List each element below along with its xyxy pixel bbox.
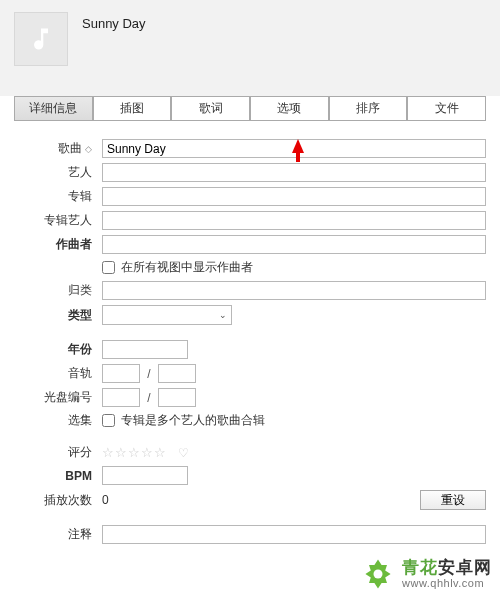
tab-details[interactable]: 详细信息: [14, 97, 93, 120]
track-total-input[interactable]: [158, 364, 196, 383]
song-label: 歌曲◇: [14, 140, 102, 157]
reset-button[interactable]: 重设: [420, 490, 486, 510]
composer-label: 作曲者: [14, 236, 102, 253]
tab-bar: 详细信息 插图 歌词 选项 排序 文件: [14, 96, 486, 121]
chevron-down-icon: ⌄: [219, 310, 227, 320]
disc-total-input[interactable]: [158, 388, 196, 407]
compilation-label: 选集: [14, 412, 102, 429]
show-composer-checkbox[interactable]: [102, 261, 115, 274]
compilation-checkbox[interactable]: [102, 414, 115, 427]
watermark-title: 青花安卓网: [402, 558, 492, 578]
tab-file[interactable]: 文件: [407, 97, 486, 120]
header-bar: Sunny Day: [0, 0, 500, 96]
comments-input[interactable]: [102, 525, 486, 544]
album-artist-label: 专辑艺人: [14, 212, 102, 229]
genre-select[interactable]: ⌄: [102, 305, 232, 325]
rating-label: 评分: [14, 444, 102, 461]
year-input[interactable]: [102, 340, 188, 359]
play-count-label: 插放次数: [14, 492, 102, 509]
comments-label: 注释: [14, 526, 102, 543]
watermark-logo-icon: [360, 556, 396, 592]
bpm-label: BPM: [14, 469, 102, 483]
compilation-check-label: 专辑是多个艺人的歌曲合辑: [121, 412, 265, 429]
artist-label: 艺人: [14, 164, 102, 181]
tab-options[interactable]: 选项: [250, 97, 329, 120]
genre-label: 类型: [14, 307, 102, 324]
grouping-label: 归类: [14, 282, 102, 299]
show-composer-label: 在所有视图中显示作曲者: [121, 259, 253, 276]
music-note-icon: [27, 25, 55, 53]
disc-separator: /: [147, 391, 150, 405]
pointer-arrow-icon: [292, 139, 304, 153]
track-label: 音轨: [14, 365, 102, 382]
svg-point-0: [374, 570, 383, 579]
watermark-url: www.qhhlv.com: [402, 577, 492, 590]
tab-lyrics[interactable]: 歌词: [171, 97, 250, 120]
composer-input[interactable]: [102, 235, 486, 254]
grouping-input[interactable]: [102, 281, 486, 300]
artist-input[interactable]: [102, 163, 486, 182]
details-form: 歌曲◇ 艺人 专辑 专辑艺人 作曲者 在所有视图中显示作曲者 归类 类型 ⌄: [0, 121, 500, 555]
album-label: 专辑: [14, 188, 102, 205]
year-label: 年份: [14, 341, 102, 358]
track-separator: /: [147, 367, 150, 381]
disc-label: 光盘编号: [14, 389, 102, 406]
rating-stars[interactable]: ☆☆☆☆☆: [102, 445, 167, 460]
love-icon[interactable]: ♡: [178, 446, 189, 460]
album-artist-input[interactable]: [102, 211, 486, 230]
track-number-input[interactable]: [102, 364, 140, 383]
song-title: Sunny Day: [82, 12, 146, 31]
watermark: 青花安卓网 www.qhhlv.com: [360, 556, 492, 592]
tab-sorting[interactable]: 排序: [329, 97, 408, 120]
bpm-input[interactable]: [102, 466, 188, 485]
album-art-placeholder: [14, 12, 68, 66]
album-input[interactable]: [102, 187, 486, 206]
disc-number-input[interactable]: [102, 388, 140, 407]
play-count-value: 0: [102, 493, 109, 507]
sort-icon: ◇: [85, 144, 92, 154]
tab-artwork[interactable]: 插图: [93, 97, 172, 120]
